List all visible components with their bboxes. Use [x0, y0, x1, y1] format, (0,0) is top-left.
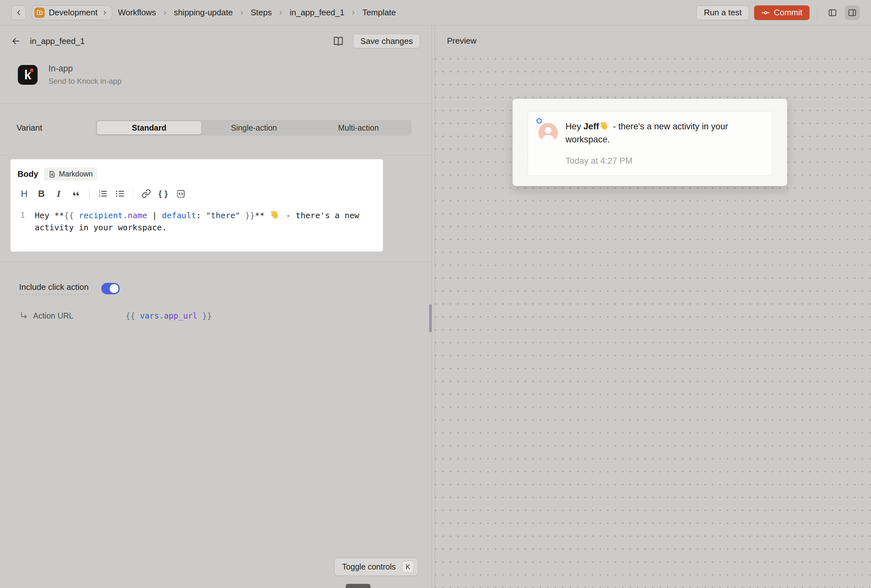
- book-icon: [333, 36, 344, 46]
- wave-emoji-icon: [271, 210, 280, 220]
- editor-header: in_app_feed_1 Save changes: [0, 25, 432, 55]
- environment-label: Development: [49, 7, 97, 18]
- chevron-right-icon: [162, 9, 168, 16]
- toggle-controls-button[interactable]: Toggle controls K: [334, 558, 418, 576]
- scrollbar-handle[interactable]: [429, 304, 432, 332]
- recipient-name: Jeff: [584, 121, 599, 131]
- svg-text:2: 2: [99, 194, 100, 198]
- toolbar-divider: [133, 189, 133, 199]
- feed-preview-container: Hey Jeff - there's a new activity in you…: [513, 99, 787, 186]
- variant-label: Variant: [16, 123, 96, 133]
- unread-indicator: [536, 118, 542, 124]
- person-icon: [539, 123, 558, 142]
- variant-segmented-control: Standard Single-action Multi-action: [96, 120, 412, 136]
- channel-summary: k In-app Send to Knock in-app: [0, 55, 432, 103]
- channel-description: Send to Knock in-app: [48, 77, 122, 86]
- channel-name: In-app: [48, 64, 122, 73]
- breadcrumb-workflows[interactable]: Workflows: [118, 7, 156, 18]
- quote-icon[interactable]: [69, 187, 82, 200]
- breadcrumb-template[interactable]: Template: [362, 7, 396, 18]
- toggle-left-panel-button[interactable]: [825, 5, 840, 20]
- bullet-list-icon[interactable]: [113, 187, 126, 200]
- panel-right-icon: [847, 8, 857, 18]
- line-number: 1: [10, 209, 35, 233]
- code-block-icon[interactable]: [174, 187, 187, 200]
- breadcrumb-step-key[interactable]: in_app_feed_1: [290, 7, 344, 18]
- chevron-left-icon: [15, 9, 23, 17]
- save-changes-button[interactable]: Save changes: [353, 34, 420, 48]
- wave-emoji-icon: [600, 121, 609, 131]
- nested-arrow-icon: [19, 311, 33, 320]
- svg-text:1: 1: [99, 190, 100, 193]
- formatting-toolbar: H B I 12 { }: [10, 181, 383, 200]
- toolbar-divider: [89, 189, 90, 199]
- environment-switcher[interactable]: Development: [32, 5, 112, 20]
- chevron-right-icon: [239, 9, 245, 16]
- preview-panel: Preview Hey Jeff - there's a new activit…: [434, 25, 871, 588]
- variant-option-standard[interactable]: Standard: [97, 121, 202, 135]
- preview-title: Preview: [447, 36, 476, 46]
- main-content: in_app_feed_1 Save changes k In-app Send…: [0, 25, 871, 588]
- bold-icon[interactable]: B: [35, 187, 48, 200]
- arrow-left-icon: [11, 36, 21, 46]
- breadcrumb-steps[interactable]: Steps: [251, 7, 272, 18]
- run-a-test-button[interactable]: Run a test: [696, 5, 749, 20]
- chevron-right-icon: [102, 9, 108, 16]
- heading-icon[interactable]: H: [18, 187, 31, 200]
- include-click-action-toggle[interactable]: [101, 283, 120, 294]
- panel-gap: [432, 25, 434, 588]
- keyboard-shortcut-badge: K: [402, 561, 414, 573]
- action-url-label: Action URL: [33, 311, 113, 320]
- include-click-action-label[interactable]: Include click action: [19, 282, 88, 295]
- knock-logo-dot: [30, 69, 33, 72]
- link-icon[interactable]: [139, 187, 153, 200]
- variant-option-multi-action[interactable]: Multi-action: [306, 121, 411, 135]
- toggle-right-panel-button[interactable]: [845, 5, 859, 20]
- avatar: [539, 123, 558, 142]
- variant-option-single-action[interactable]: Single-action: [202, 121, 306, 135]
- markdown-file-icon: [48, 171, 56, 178]
- documentation-button[interactable]: [332, 35, 345, 48]
- bottom-dock-pill: [346, 584, 371, 588]
- ordered-list-icon[interactable]: 12: [96, 187, 109, 200]
- action-url-row: Action URL {{ vars.app_url }}: [19, 311, 432, 320]
- notification-message: Hey Jeff - there's a new activity in you…: [566, 120, 757, 146]
- chevron-right-icon: [350, 9, 356, 16]
- body-field-label: Body: [18, 169, 38, 179]
- preview-header: Preview: [435, 25, 871, 56]
- italic-icon[interactable]: I: [52, 187, 65, 200]
- template-editor-panel: in_app_feed_1 Save changes k In-app Send…: [0, 25, 432, 588]
- breadcrumb-workflow-key[interactable]: shipping-update: [174, 7, 233, 18]
- step-name-title: in_app_feed_1: [30, 36, 85, 46]
- variable-braces-icon[interactable]: { }: [157, 187, 170, 200]
- knock-logo: k: [18, 65, 37, 85]
- git-commit-icon: [761, 8, 770, 17]
- divider: [0, 155, 432, 155]
- body-editor-card: Body Markdown H B I 12: [10, 159, 383, 251]
- divider: [817, 7, 818, 19]
- variant-row: Variant Standard Single-action Multi-act…: [0, 104, 432, 155]
- notification-timestamp: Today at 4:27 PM: [566, 156, 632, 166]
- topbar-actions: Run a test Commit: [696, 5, 859, 20]
- chevron-right-icon: [277, 9, 284, 16]
- back-to-step-button[interactable]: [10, 35, 22, 48]
- panel-left-icon: [828, 8, 837, 18]
- click-action-section: Include click action Action URL {{ vars.…: [0, 262, 432, 320]
- notification-cell[interactable]: Hey Jeff - there's a new activity in you…: [528, 111, 772, 176]
- body-code-editor[interactable]: 1 Hey **{{ recipient.name | default: "th…: [10, 209, 383, 233]
- format-badge[interactable]: Markdown: [44, 168, 97, 181]
- body-code-content[interactable]: Hey **{{ recipient.name | default: "ther…: [35, 209, 373, 233]
- action-url-value[interactable]: {{ vars.app_url }}: [126, 311, 212, 320]
- preview-canvas: Hey Jeff - there's a new activity in you…: [435, 56, 871, 588]
- environment-folder-icon: [34, 7, 45, 18]
- commit-button[interactable]: Commit: [754, 5, 810, 20]
- top-navigation-bar: Development Workflows shipping-update St…: [0, 0, 871, 25]
- back-button[interactable]: [12, 5, 26, 20]
